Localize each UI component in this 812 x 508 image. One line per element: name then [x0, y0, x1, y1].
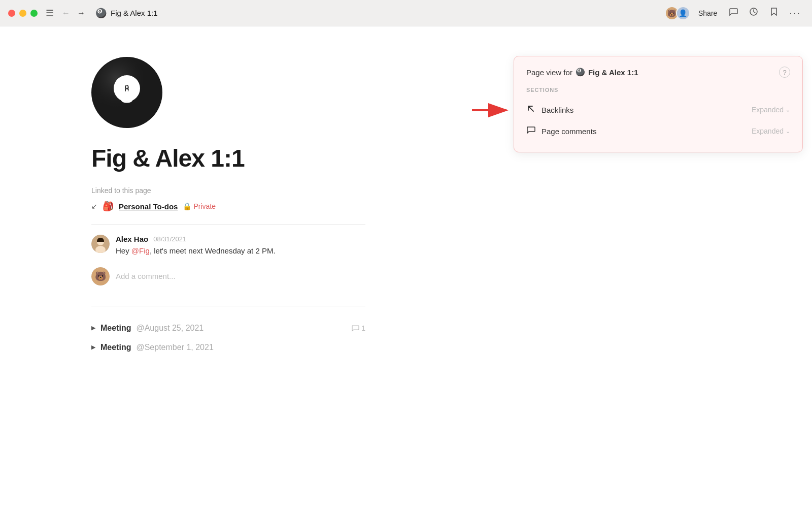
comment-count-1: 1	[361, 324, 365, 332]
sidebar-toggle-icon[interactable]: ☰	[46, 8, 54, 19]
comment-date: 08/31/2021	[153, 235, 186, 243]
page-icon: 8	[91, 57, 162, 128]
meeting-item-1[interactable]: ▶ Meeting @August 25, 2021 1	[91, 319, 365, 338]
avatar-group: 🐻 👤	[665, 6, 690, 20]
back-button[interactable]: ←	[60, 8, 72, 19]
meetings-section: ▶ Meeting @August 25, 2021 1 ▶ Meeting @…	[91, 319, 365, 357]
share-button[interactable]: Share	[694, 7, 721, 19]
add-comment-avatar: 🐻	[91, 267, 110, 285]
linked-label: Linked to this page	[91, 186, 365, 195]
history-icon-btn[interactable]	[746, 5, 762, 21]
divider-1	[91, 224, 365, 225]
expand-icon-2: ▶	[91, 344, 95, 351]
svg-text:8: 8	[124, 82, 130, 97]
minimize-button[interactable]	[19, 10, 26, 17]
mention: @Fig	[131, 246, 150, 255]
meeting-name-1: Meeting	[100, 324, 131, 333]
comment-body: Alex Hao 08/31/2021 Hey @Fig, let's meet…	[116, 235, 276, 257]
titlebar: ☰ ← → 🎱 Fig & Alex 1:1 🐻 👤 Share	[0, 0, 812, 26]
expand-icon-1: ▶	[91, 325, 95, 331]
page-comments-icon	[526, 125, 535, 137]
linked-page-emoji: 🎒	[103, 201, 114, 212]
meeting-comment-badge: 1	[351, 324, 365, 332]
popup-panel: Page view for 🎱 Fig & Alex 1:1 ? SECTION…	[514, 56, 803, 152]
avatar-alex: 👤	[676, 6, 690, 20]
svg-text:🐻: 🐻	[95, 271, 107, 282]
help-icon-btn[interactable]: ?	[779, 67, 790, 78]
traffic-lights	[8, 10, 38, 17]
comment-avatar-alex	[91, 235, 110, 253]
divider-2	[91, 306, 365, 306]
linked-item: ↙ 🎒 Personal To-dos 🔒 Private	[91, 201, 365, 212]
backlink-small-icon: ↙	[91, 202, 97, 210]
comment-section: Alex Hao 08/31/2021 Hey @Fig, let's meet…	[91, 235, 365, 296]
meeting-date-1: @August 25, 2021	[136, 324, 204, 333]
add-comment-placeholder[interactable]: Add a comment...	[116, 272, 176, 280]
backlinks-chevron-icon: ⌄	[786, 107, 790, 113]
page-comments-label: Page comments	[542, 127, 596, 136]
popup-row-backlinks[interactable]: Backlinks Expanded ⌄	[526, 99, 790, 120]
page-comments-chevron-icon: ⌄	[786, 128, 790, 135]
backlinks-value-text: Expanded	[752, 106, 784, 114]
main-content: 8 Fig & Alex 1:1 Linked to this page ↙ 🎒…	[0, 26, 812, 508]
meeting-date-2: @September 1, 2021	[136, 343, 213, 352]
backlinks-value[interactable]: Expanded ⌄	[752, 106, 790, 114]
page-comments-value[interactable]: Expanded ⌄	[752, 127, 790, 135]
popup-row-backlinks-left: Backlinks	[526, 104, 573, 115]
comment-text: Hey @Fig, let's meet next Wednesday at 2…	[116, 245, 276, 257]
close-button[interactable]	[8, 10, 15, 17]
private-badge: 🔒 Private	[183, 202, 216, 210]
page-emoji-icon: 🎱	[95, 8, 107, 19]
popup-row-comments-left: Page comments	[526, 125, 596, 137]
popup-sections-label: SECTIONS	[526, 87, 790, 93]
page-content: 8 Fig & Alex 1:1 Linked to this page ↙ 🎒…	[0, 26, 457, 388]
linked-section: Linked to this page ↙ 🎒 Personal To-dos …	[91, 186, 365, 212]
popup-page-name: Fig & Alex 1:1	[588, 68, 638, 77]
fullscreen-button[interactable]	[30, 10, 38, 17]
page-title: Fig & Alex 1:1	[111, 9, 158, 17]
add-comment-row[interactable]: 🐻 Add a comment...	[91, 265, 365, 285]
backlinks-label: Backlinks	[542, 106, 573, 114]
bookmark-icon-btn[interactable]	[766, 5, 782, 21]
nav-arrows: ← →	[60, 8, 87, 19]
svg-point-3	[114, 75, 140, 102]
meeting-item-2[interactable]: ▶ Meeting @September 1, 2021	[91, 338, 365, 357]
linked-page-name[interactable]: Personal To-dos	[119, 202, 178, 211]
private-label: Private	[193, 202, 216, 210]
popup-page-view-label: Page view for	[526, 68, 572, 77]
titlebar-right: 🐻 👤 Share ···	[665, 5, 804, 21]
popup-header: Page view for 🎱 Fig & Alex 1:1 ?	[526, 67, 790, 78]
comment-item: Alex Hao 08/31/2021 Hey @Fig, let's meet…	[91, 235, 365, 257]
popup-title: Page view for 🎱 Fig & Alex 1:1	[526, 68, 638, 77]
page-heading: Fig & Alex 1:1	[91, 144, 365, 172]
comment-author: Alex Hao	[116, 235, 148, 243]
red-arrow-indicator	[472, 100, 513, 125]
backlink-icon	[526, 104, 535, 115]
lock-icon: 🔒	[183, 202, 191, 210]
popup-row-page-comments[interactable]: Page comments Expanded ⌄	[526, 120, 790, 142]
comment-meta: Alex Hao 08/31/2021	[116, 235, 276, 243]
popup-page-emoji: 🎱	[576, 68, 585, 77]
svg-point-2	[92, 58, 161, 127]
forward-button[interactable]: →	[75, 8, 87, 19]
more-options-btn[interactable]: ···	[786, 5, 804, 21]
meeting-name-2: Meeting	[100, 343, 131, 352]
comment-icon-btn[interactable]	[725, 5, 741, 21]
page-title-bar: 🎱 Fig & Alex 1:1	[95, 8, 158, 19]
page-comments-value-text: Expanded	[752, 127, 784, 135]
